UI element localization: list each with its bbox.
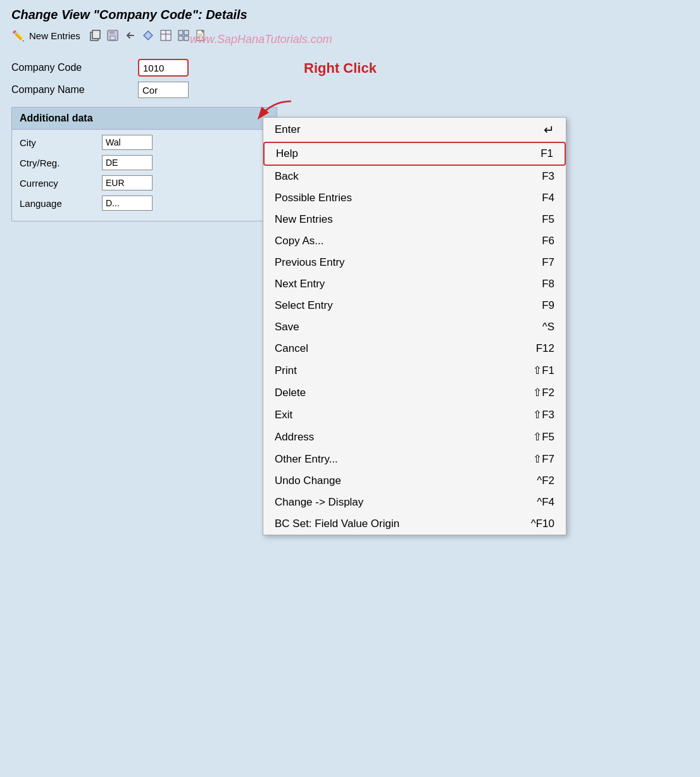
menu-item-delete-shortcut: ⇧F2 xyxy=(533,386,554,399)
company-name-row: Company Name xyxy=(11,82,689,98)
svg-rect-3 xyxy=(109,30,115,34)
menu-item-next-entry[interactable]: Next Entry F8 xyxy=(263,273,566,295)
menu-item-cancel-shortcut: F12 xyxy=(536,342,554,355)
menu-item-exit-label: Exit xyxy=(275,409,508,421)
menu-item-save[interactable]: Save ^S xyxy=(263,316,566,338)
menu-item-enter-shortcut: ↵ xyxy=(544,122,554,137)
company-code-input[interactable] xyxy=(138,59,189,77)
pencil-icon[interactable] xyxy=(11,28,25,42)
language-row: Language xyxy=(20,196,269,211)
menu-item-address[interactable]: Address ⇧F5 xyxy=(263,426,566,448)
save-icon[interactable] xyxy=(106,28,120,42)
menu-item-delete-label: Delete xyxy=(275,387,508,399)
context-menu: Enter ↵ Help F1 Back F3 Possible Entries… xyxy=(263,117,566,535)
currency-input[interactable] xyxy=(102,175,153,190)
back-icon[interactable] xyxy=(123,28,137,42)
menu-item-enter[interactable]: Enter ↵ xyxy=(263,118,566,142)
toolbar: New Entries xyxy=(0,26,700,47)
menu-item-bc-set-shortcut: ^F10 xyxy=(531,518,554,530)
doc-icon[interactable] xyxy=(194,28,208,42)
company-name-input[interactable] xyxy=(138,82,189,98)
svg-rect-1 xyxy=(92,30,100,39)
menu-item-possible-entries[interactable]: Possible Entries F4 xyxy=(263,187,566,209)
currency-row: Currency xyxy=(20,175,269,190)
additional-data-body: City Ctry/Reg. Currency Language xyxy=(11,130,277,221)
diamond-icon[interactable] xyxy=(141,28,155,42)
menu-item-other-entry[interactable]: Other Entry... ⇧F7 xyxy=(263,448,566,470)
menu-item-new-entries-shortcut: F5 xyxy=(542,213,554,226)
menu-item-cancel-label: Cancel xyxy=(275,342,511,355)
menu-item-cancel[interactable]: Cancel F12 xyxy=(263,338,566,359)
menu-item-back[interactable]: Back F3 xyxy=(263,166,566,187)
menu-item-previous-entry-label: Previous Entry xyxy=(275,256,516,269)
currency-label: Currency xyxy=(20,178,102,189)
menu-item-save-label: Save xyxy=(275,321,517,333)
menu-item-other-entry-label: Other Entry... xyxy=(275,453,508,466)
menu-item-change-display-label: Change -> Display xyxy=(275,496,511,509)
new-entries-button[interactable]: New Entries xyxy=(29,30,80,41)
menu-item-print-shortcut: ⇧F1 xyxy=(533,364,554,377)
ctry-reg-label: Ctry/Reg. xyxy=(20,158,102,168)
menu-item-new-entries[interactable]: New Entries F5 xyxy=(263,209,566,230)
menu-item-print[interactable]: Print ⇧F1 xyxy=(263,359,566,382)
language-input[interactable] xyxy=(102,196,153,211)
svg-rect-10 xyxy=(184,30,189,35)
menu-item-save-shortcut: ^S xyxy=(542,321,554,333)
main-window: Change View "Company Code": Details www.… xyxy=(0,0,700,777)
svg-rect-9 xyxy=(178,30,183,35)
menu-item-select-entry[interactable]: Select Entry F9 xyxy=(263,295,566,316)
svg-marker-5 xyxy=(144,31,153,40)
city-row: City xyxy=(20,135,269,150)
menu-item-other-entry-shortcut: ⇧F7 xyxy=(533,452,554,466)
city-label: City xyxy=(20,137,102,148)
city-input[interactable] xyxy=(102,135,153,150)
menu-item-enter-label: Enter xyxy=(275,123,518,136)
menu-item-previous-entry-shortcut: F7 xyxy=(542,256,554,269)
company-code-label: Company Code xyxy=(11,62,138,73)
title-bar: Change View "Company Code": Details xyxy=(0,0,700,26)
menu-item-delete[interactable]: Delete ⇧F2 xyxy=(263,382,566,404)
menu-item-change-display-shortcut: ^F4 xyxy=(537,496,554,509)
menu-item-change-display[interactable]: Change -> Display ^F4 xyxy=(263,492,566,513)
menu-item-select-entry-shortcut: F9 xyxy=(542,299,554,312)
table-icon[interactable] xyxy=(159,28,173,42)
menu-item-possible-entries-label: Possible Entries xyxy=(275,192,516,204)
company-code-row: Company Code xyxy=(11,59,689,77)
menu-item-exit[interactable]: Exit ⇧F3 xyxy=(263,404,566,426)
ctry-reg-input[interactable] xyxy=(102,155,153,170)
page-title: Change View "Company Code": Details xyxy=(11,8,247,22)
menu-item-undo-change-shortcut: ^F2 xyxy=(537,475,554,487)
menu-item-copy-as[interactable]: Copy As... F6 xyxy=(263,230,566,252)
menu-item-print-label: Print xyxy=(275,364,508,377)
ctry-reg-row: Ctry/Reg. xyxy=(20,155,269,170)
svg-rect-4 xyxy=(110,36,115,40)
menu-item-select-entry-label: Select Entry xyxy=(275,299,516,312)
menu-item-next-entry-shortcut: F8 xyxy=(542,278,554,290)
copy-icon[interactable] xyxy=(88,28,102,42)
menu-item-exit-shortcut: ⇧F3 xyxy=(533,408,554,421)
svg-rect-11 xyxy=(178,36,183,40)
menu-item-bc-set-label: BC Set: Field Value Origin xyxy=(275,518,506,530)
menu-item-back-shortcut: F3 xyxy=(542,170,554,183)
company-name-label: Company Name xyxy=(11,84,138,96)
menu-item-bc-set[interactable]: BC Set: Field Value Origin ^F10 xyxy=(263,513,566,535)
menu-item-help[interactable]: Help F1 xyxy=(263,142,566,166)
menu-item-back-label: Back xyxy=(275,170,516,183)
additional-data-section: Additional data City Ctry/Reg. Currency … xyxy=(11,107,277,221)
menu-item-help-shortcut: F1 xyxy=(541,147,553,160)
menu-item-possible-entries-shortcut: F4 xyxy=(542,192,554,204)
menu-item-address-label: Address xyxy=(275,431,508,444)
additional-data-header: Additional data xyxy=(11,107,277,130)
menu-item-undo-change-label: Undo Change xyxy=(275,475,511,487)
menu-item-undo-change[interactable]: Undo Change ^F2 xyxy=(263,470,566,492)
menu-item-help-label: Help xyxy=(276,147,515,160)
grid-icon[interactable] xyxy=(177,28,191,42)
menu-item-address-shortcut: ⇧F5 xyxy=(533,430,554,444)
svg-rect-12 xyxy=(184,36,189,40)
menu-item-new-entries-label: New Entries xyxy=(275,213,516,226)
menu-item-copy-as-shortcut: F6 xyxy=(542,235,554,247)
menu-item-previous-entry[interactable]: Previous Entry F7 xyxy=(263,252,566,273)
menu-item-copy-as-label: Copy As... xyxy=(275,235,516,247)
menu-item-next-entry-label: Next Entry xyxy=(275,278,516,290)
language-label: Language xyxy=(20,198,102,209)
